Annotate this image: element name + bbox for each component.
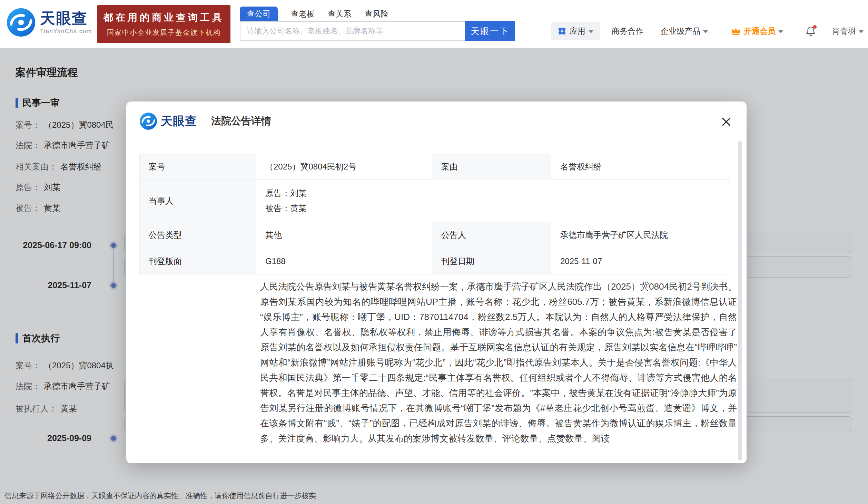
brand-name: 天眼查 (161, 113, 197, 129)
enterprise-label: 企业级产品 (661, 26, 700, 37)
nav-business-cooperation[interactable]: 商务合作 (612, 22, 643, 40)
chevron-down-icon (703, 30, 708, 33)
header-divider (204, 116, 204, 127)
apps-grid-icon (558, 27, 566, 36)
court-announcement-modal: 天眼查 法院公告详情 案号 （2025）冀0804民初2号 案由 名誉权纠纷 当… (126, 101, 747, 463)
username: 肖青羽 (832, 26, 856, 37)
user-menu[interactable]: 肖青羽 (832, 22, 864, 40)
vip-label: 开通会员 (744, 26, 776, 37)
tianyancha-logo[interactable]: 天眼查 TianYanCha.com (6, 8, 92, 37)
table-label-parties: 当事人 (140, 180, 256, 222)
table-label-case-number: 案号 (140, 154, 256, 180)
chevron-down-icon (778, 30, 783, 33)
search-input[interactable] (240, 21, 465, 41)
notification-badge (813, 25, 817, 29)
table-value-announcement-type: 其他 (256, 222, 432, 248)
tab-search-company[interactable]: 查公司 (240, 7, 278, 21)
chevron-down-icon (859, 30, 864, 33)
table-label-publication-date: 刊登日期 (432, 248, 551, 274)
business-label: 商务合作 (612, 26, 643, 37)
table-label-publication-page: 刊登版面 (140, 248, 256, 274)
search-button[interactable]: 天眼一下 (465, 21, 515, 41)
table-label-announcement-type: 公告类型 (140, 222, 256, 248)
table-value-parties: 原告：刘某 被告：黄某 (256, 180, 729, 222)
crown-icon (731, 27, 741, 36)
table-value-case-number: （2025）冀0804民初2号 (256, 154, 432, 180)
tab-search-boss[interactable]: 查老板 (291, 9, 315, 19)
modal-title: 法院公告详情 (211, 114, 271, 128)
promo-banner: 都在用的商业查询工具 国家中小企业发展子基金旗下机构 (97, 5, 230, 43)
table-value-publication-date: 2025-11-07 (551, 248, 729, 274)
banner-line2: 国家中小企业发展子基金旗下机构 (97, 28, 230, 37)
nav-enterprise-products[interactable]: 企业级产品 (661, 22, 708, 40)
chevron-down-icon (589, 30, 593, 33)
tianyancha-logo-icon (6, 8, 36, 37)
table-value-announcer: 承德市鹰手营子矿区人民法院 (551, 222, 729, 248)
table-label-announcer: 公告人 (432, 222, 551, 248)
modal-header: 天眼查 法院公告详情 (139, 111, 271, 131)
brand-name: 天眼查 (40, 10, 92, 27)
brand-domain: TianYanCha.com (40, 28, 92, 35)
search-tabs: 查公司 查老板 查关系 查风险 (240, 7, 388, 21)
table-value-cause: 名誉权纠纷 (551, 154, 729, 180)
notification-bell[interactable] (806, 22, 816, 40)
tab-search-risk[interactable]: 查风险 (365, 9, 388, 19)
party-defendant: 被告：黄某 (265, 203, 307, 214)
nav-open-vip[interactable]: 开通会员 (731, 22, 783, 40)
apps-menu[interactable]: 应用 (551, 22, 600, 40)
tianyancha-logo-icon (139, 112, 157, 130)
table-value-publication-page: G188 (256, 248, 432, 274)
announcement-body-text: 人民法院公告原告刘某与被告黄某名誉权纠纷一案，承德市鹰手营子矿区人民法院作出（2… (260, 279, 737, 446)
top-nav: 天眼查 TianYanCha.com 都在用的商业查询工具 国家中小企业发展子基… (0, 0, 868, 48)
apps-label: 应用 (570, 26, 585, 37)
tab-search-relation[interactable]: 查关系 (328, 9, 352, 19)
banner-line1: 都在用的商业查询工具 (97, 11, 230, 24)
party-plaintiff: 原告：刘某 (265, 188, 307, 199)
modal-scrollbar-thumb[interactable] (738, 141, 742, 461)
close-icon (720, 116, 732, 128)
announcement-table: 案号 （2025）冀0804民初2号 案由 名誉权纠纷 当事人 原告：刘某 被告… (139, 154, 729, 274)
close-button[interactable] (720, 115, 733, 128)
table-label-cause: 案由 (432, 154, 551, 180)
